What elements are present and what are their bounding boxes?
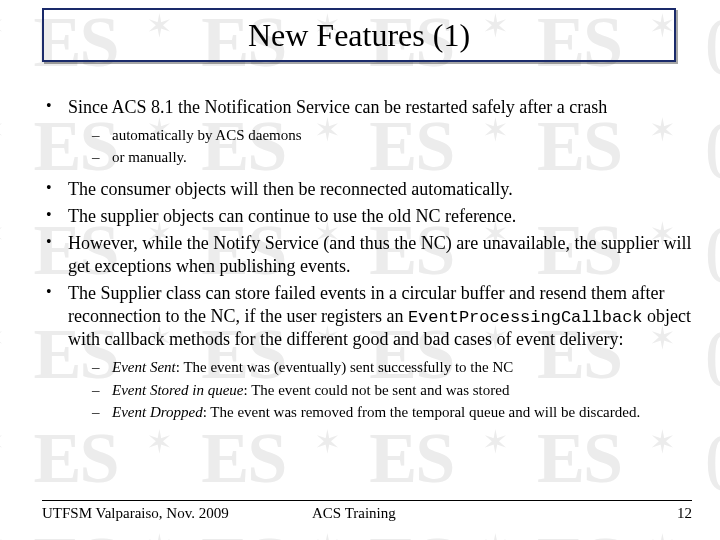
footer-left: UTFSM Valparaiso, Nov. 2009 — [42, 505, 312, 522]
slide-body: Since ACS 8.1 the Notification Service c… — [42, 96, 692, 432]
slide-title: New Features (1) — [248, 17, 470, 54]
bullet-5: The Supplier class can store failed even… — [42, 282, 692, 423]
bullet-5-sub-2: Event Stored in queue: The event could n… — [92, 380, 692, 400]
bullet-4: However, while the Notify Service (and t… — [42, 232, 692, 278]
bullet-5-sub-1-desc: : The event was (eventually) sent succes… — [176, 359, 514, 375]
bullet-5-sub-2-desc: : The event could not be sent and was st… — [243, 382, 509, 398]
bullet-5-code: EventProcessingCallback — [408, 308, 643, 327]
bullet-5-sub-3-desc: : The event was removed from the tempora… — [203, 404, 641, 420]
footer-center: ACS Training — [312, 505, 652, 522]
bullet-1-sub-2: or manually. — [92, 147, 692, 167]
footer-divider — [42, 500, 692, 501]
bullet-1-sub-1: automatically by ACS daemons — [92, 125, 692, 145]
bullet-5-sub-1-label: Event Sent — [112, 359, 176, 375]
slide-title-box: New Features (1) — [42, 8, 676, 62]
bullet-5-sub-3: Event Dropped: The event was removed fro… — [92, 402, 692, 422]
bullet-2: The consumer objects will then be reconn… — [42, 178, 692, 201]
bullet-3: The supplier objects can continue to use… — [42, 205, 692, 228]
bullet-1-text: Since ACS 8.1 the Notification Service c… — [68, 97, 607, 117]
slide-footer: UTFSM Valparaiso, Nov. 2009 ACS Training… — [42, 500, 692, 522]
bullet-5-sub-1: Event Sent: The event was (eventually) s… — [92, 357, 692, 377]
bullet-1: Since ACS 8.1 the Notification Service c… — [42, 96, 692, 168]
bullet-5-sub-3-label: Event Dropped — [112, 404, 203, 420]
footer-page-number: 12 — [652, 505, 692, 522]
bullet-5-sub-2-label: Event Stored in queue — [112, 382, 243, 398]
